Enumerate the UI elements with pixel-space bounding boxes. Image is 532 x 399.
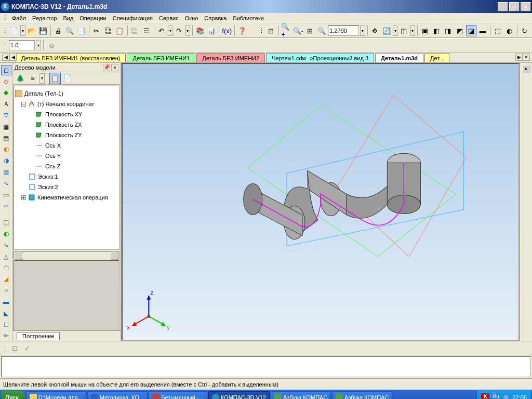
dim-panel-button[interactable]: Ａ [1,99,11,109]
clock[interactable]: 22:05 [512,394,527,399]
tab-nav-left2[interactable]: ◀ [9,54,17,61]
tree-mode1-button[interactable]: 🌲 [15,73,26,84]
zoom-out-button[interactable]: 🔍- [292,25,304,36]
sheet-panel-button[interactable]: ▱ [1,201,11,211]
orient-dropdown[interactable]: ▾ [410,25,415,36]
viewport-3d[interactable]: z y x [122,63,520,341]
doctab-1[interactable]: Деталь БЕЗ ИМЕНИ1 [127,53,195,62]
curves-panel-button[interactable]: ∿ [1,178,11,189]
right-scrollbar[interactable]: ▴ [520,63,532,341]
menu-view[interactable]: Вид [60,14,76,22]
libs-button[interactable]: 📚 [195,25,205,36]
tray-network-icon[interactable] [502,393,510,399]
menu-window[interactable]: Окно [182,14,202,22]
zoom-input[interactable] [328,25,359,36]
stop-button[interactable]: ⊘ [46,39,57,51]
perspective-button[interactable]: ▬ [477,25,488,36]
spec-button[interactable]: 📑 [76,25,87,36]
rib-button[interactable]: ▬ [1,297,11,307]
hole-button[interactable]: ○ [1,285,11,296]
tree-axis-z[interactable]: Ось Z [15,161,118,171]
expander-icon[interactable]: + [21,195,26,200]
manager-button[interactable]: 📊 [206,25,217,36]
cut-button[interactable]: ✂ [91,25,102,36]
rotate-button[interactable]: 🔄 [381,25,392,36]
task-btn-3[interactable]: КОМПАС-3D V12 [208,391,270,399]
edit-panel-button[interactable]: ◇ [1,76,11,87]
undo-dropdown[interactable]: ▾ [168,25,172,36]
wireframe-button[interactable]: ▣ [420,25,430,36]
undo-button[interactable]: ↶ [156,25,167,36]
menu-spec[interactable]: Спецификация [110,14,156,22]
print-button[interactable]: 🖨 [53,25,63,36]
section-button[interactable]: ◐ [504,25,515,36]
build-tab[interactable]: Построение [17,332,60,340]
doctab-4[interactable]: Деталь1.m3d [375,53,423,62]
paste-button[interactable]: 📋 [114,25,125,36]
tab-nav-left[interactable]: ◀ [2,54,9,61]
fillet-button[interactable]: ◠ [1,262,11,273]
model-tree[interactable]: Деталь (Тел-1) − (т) Начало координат Пл… [14,86,119,250]
menu-operations[interactable]: Операции [76,14,109,22]
doctab-2[interactable]: Деталь БЕЗ ИМЕНИ2 [196,53,265,62]
minimize-button[interactable]: _ [498,2,508,11]
rotate-dropdown[interactable]: ▾ [393,25,397,36]
geometry-panel-button[interactable]: ◻ [1,65,11,75]
draft-button[interactable]: ◣ [1,308,11,318]
prop-btn-2[interactable]: ✓ [21,342,33,354]
task-btn-5[interactable]: Азбука КОМПАС [332,391,392,399]
save-button[interactable]: 💾 [38,25,48,36]
menu-edit[interactable]: Редактор [29,14,60,22]
tray-kaspersky-icon[interactable]: K [481,393,489,399]
copy-props-button[interactable]: ⿻ [129,25,140,36]
task-btn-1[interactable]: Методичка_КО... [87,391,148,399]
task-btn-0[interactable]: D:\Модели для... [26,391,86,399]
filter-panel-button[interactable]: ▽ [1,110,11,121]
doctab-0[interactable]: Деталь БЕЗ ИМЕНИ1 (восстановлен) [16,53,126,62]
shaded-edges-button[interactable]: ◪ [466,25,476,36]
hidden-button[interactable]: ◧ [431,25,442,36]
menu-service[interactable]: Сервис [156,14,182,22]
report-panel-button[interactable]: ▤ [1,133,11,143]
restore-button[interactable]: ▭ [509,2,520,11]
expander-icon[interactable]: − [21,102,26,107]
rebuild-button[interactable]: ↻ [520,25,530,36]
tree-plane-zy[interactable]: Плоскость ZY [15,130,118,140]
doctab-3[interactable]: Чертеж1.cdw ->Проекционный вид 3 [266,53,374,62]
new-button[interactable]: 📄 [9,25,19,36]
loft-button[interactable]: △ [1,251,11,262]
props-button[interactable]: ☰ [141,25,152,36]
tree-op[interactable]: + Кинематическая операция [15,192,118,203]
tree-mode3-button[interactable]: 📋 [49,73,61,84]
array-panel-button[interactable]: ▨ [1,167,11,177]
tree-plane-xy[interactable]: Плоскость XY [15,109,118,119]
tree-mode2-button[interactable]: ≡ [27,73,38,84]
elements-panel-button[interactable]: ◐ [1,144,11,155]
menu-help[interactable]: Справка [201,14,230,22]
zoom-in-button[interactable]: 🔍+ [281,25,291,36]
sketch-button[interactable]: ✏ [1,330,11,341]
chamfer-button[interactable]: ◢ [1,274,11,284]
scale-input[interactable] [9,40,35,50]
tree-axis-y[interactable]: Ось Y [15,151,118,161]
tree-mode4-button[interactable]: 📄 [62,73,73,84]
tree-sketch-2[interactable]: Эскиз:2 [15,182,118,192]
simplify-button[interactable]: ⬚ [493,25,503,36]
redo-button[interactable]: ↷ [174,25,184,36]
prop-btn-1[interactable]: ⊡ [9,342,20,354]
zoom-all-button[interactable]: ⊡ [265,25,276,36]
menu-libs[interactable]: Библиотеки [230,14,267,22]
variables-button[interactable]: f(x) [221,25,232,36]
no-hidden-button[interactable]: ◨ [443,25,453,36]
shell-button[interactable]: ◻ [1,319,11,329]
aux-panel-button[interactable]: ◆ [1,88,11,98]
extrude-button[interactable]: ◫ [1,217,11,228]
task-btn-4[interactable]: Азбука КОМПАС [271,391,331,399]
zoom-prev-button[interactable]: 🔍 [316,25,327,36]
close-button[interactable]: ✕ [521,2,531,11]
redo-dropdown[interactable]: ▾ [185,25,190,36]
doctab-5[interactable]: Дет... [424,53,449,62]
tree-scrollbar[interactable] [14,251,119,259]
tab-close[interactable]: ✕ [523,54,530,61]
task-btn-2[interactable]: Безымянный -... [149,391,207,399]
